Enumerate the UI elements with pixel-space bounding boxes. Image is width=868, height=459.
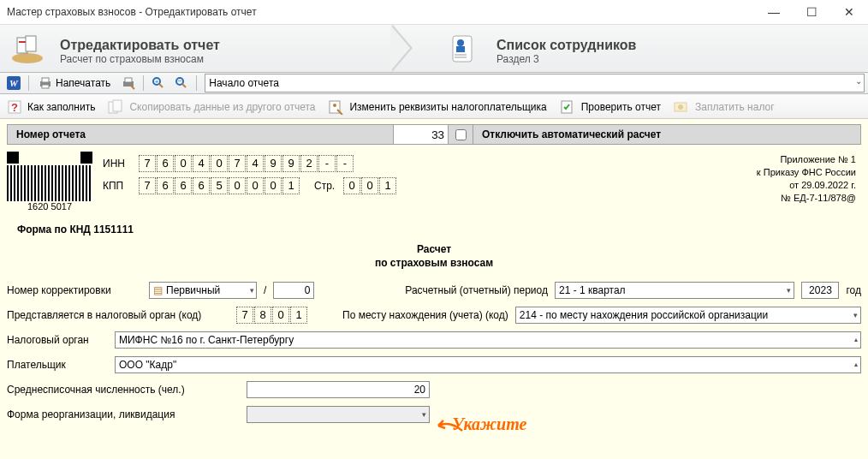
payer-value: ООО "Кадр" [119, 359, 176, 371]
slash: / [264, 284, 266, 296]
svg-rect-14 [123, 81, 134, 86]
chevron-down-icon: ▾ [853, 311, 858, 319]
tax-org-label: Налоговый орган [7, 334, 108, 346]
svg-point-25 [333, 104, 336, 107]
barcode-number: 1620 5017 [7, 201, 92, 212]
wizard-step-edit[interactable]: Отредактировать отчет Расчет по страховы… [0, 25, 409, 72]
place-value: 214 - по месту нахождения российской орг… [520, 309, 768, 321]
period-label: Расчетный (отчетный) период [405, 284, 548, 296]
disable-autocalc-label: Отключить автоматический расчет [473, 125, 860, 144]
payer-dropdown[interactable]: ООО "Кадр" ▴ [115, 356, 861, 373]
copy-from-report-label: Скопировать данные из другого отчета [129, 101, 315, 113]
disable-autocalc-checkbox[interactable] [455, 129, 467, 140]
chevron-down-icon: ▾ [422, 410, 426, 419]
svg-text:+: + [155, 78, 159, 86]
svg-rect-2 [26, 36, 36, 51]
appendix-info: Приложение № 1 к Приказу ФНС России от 2… [757, 152, 861, 212]
wizard-step1-subtitle: Расчет по страховым взносам [60, 53, 220, 65]
payer-label: Плательщик [7, 359, 108, 371]
svg-text:?: ? [11, 101, 18, 114]
print-settings-button[interactable] [118, 75, 139, 92]
svg-point-18 [176, 78, 183, 85]
report-number-label: Номер отчета [8, 125, 394, 144]
correction-num-label: Номер корректировки [7, 284, 142, 296]
year-input[interactable] [801, 282, 839, 299]
period-dropdown[interactable]: 21 - 1 квартал ▾ [555, 282, 794, 299]
employees-icon [443, 31, 485, 67]
copy-from-report-button: Скопировать данные из другого отчета [107, 99, 315, 115]
svg-rect-23 [113, 100, 122, 111]
pay-tax-label: Заплатить налог [695, 101, 775, 113]
tax-org-dropdown[interactable]: МИФНС №16 по г. Санкт-Петербургу ▴ [115, 331, 861, 349]
inn-cells[interactable]: 7604074992-- [139, 155, 354, 172]
chevron-down-icon: ▾ [250, 286, 254, 295]
svg-rect-6 [456, 46, 465, 52]
svg-rect-13 [42, 85, 49, 88]
word-export-button[interactable]: W [3, 75, 24, 92]
zoom-out-button[interactable]: − [171, 75, 192, 92]
check-report-label: Проверить отчет [581, 101, 661, 113]
check-report-button[interactable]: Проверить отчет [559, 99, 661, 115]
reorg-dropdown[interactable]: ▾ [247, 406, 430, 423]
print-button[interactable]: Напечатать [33, 75, 116, 92]
svg-rect-15 [125, 78, 132, 82]
wizard-step2-title: Список сотрудников [496, 38, 636, 53]
svg-point-28 [678, 104, 683, 110]
page-cells: 001 [343, 177, 397, 194]
pay-tax-button: Заплатить налог [673, 99, 775, 115]
annotation-text: Укажите [452, 414, 526, 434]
kpp-cells[interactable]: 766650001 [139, 177, 300, 194]
minimize-button[interactable]: — [755, 0, 793, 24]
tax-org-value: МИФНС №16 по г. Санкт-Петербургу [119, 334, 294, 346]
zoom-in-button[interactable]: + [148, 75, 169, 92]
window-title: Мастер страховых взносов - Отредактирова… [7, 0, 755, 24]
place-dropdown[interactable]: 214 - по месту нахождения российской орг… [515, 307, 861, 324]
chevron-down-icon: ▾ [787, 286, 791, 295]
svg-text:−: − [178, 77, 182, 85]
year-label: год [846, 284, 861, 296]
svg-text:W: W [9, 78, 19, 88]
wizard-step1-title: Отредактировать отчет [60, 38, 220, 53]
place-label: По месту нахождения (учета) (код) [342, 309, 508, 321]
tax-org-code-cells[interactable]: 7801 [236, 307, 308, 324]
correction-num-input[interactable] [273, 282, 314, 299]
svg-point-5 [457, 39, 464, 46]
report-number-input[interactable] [394, 125, 449, 144]
chevron-down-icon: ⌄ [855, 76, 862, 86]
close-button[interactable]: ✕ [830, 0, 868, 24]
reorg-label: Форма реорганизации, ликвидация [7, 408, 240, 420]
svg-rect-11 [40, 81, 51, 86]
print-label: Напечатать [56, 77, 110, 89]
svg-point-16 [153, 78, 160, 85]
how-to-fill-label: Как заполнить [27, 101, 95, 113]
correction-type-dropdown[interactable]: ▤ Первичный ▾ [149, 282, 257, 299]
avg-count-input[interactable] [247, 381, 430, 398]
svg-rect-8 [455, 57, 467, 58]
edit-taxpayer-button[interactable]: Изменить реквизиты налогоплательщика [327, 99, 546, 115]
barcode: 1620 5017 [7, 152, 92, 212]
report-icon [7, 31, 48, 67]
document-icon: ▤ [153, 284, 163, 296]
page-label: Стр. [314, 180, 335, 192]
avg-count-label: Среднесписочная численность (чел.) [7, 384, 240, 396]
section-dropdown[interactable]: Начало отчета ⌄ [205, 74, 865, 92]
edit-taxpayer-label: Изменить реквизиты налогоплательщика [349, 101, 546, 113]
svg-rect-3 [19, 41, 26, 43]
wizard-step-employees[interactable]: Список сотрудников Раздел 3 [409, 25, 636, 72]
wizard-step2-subtitle: Раздел 3 [496, 53, 636, 65]
section-dropdown-value: Начало отчета [209, 77, 279, 89]
correction-type-value: Первичный [166, 284, 220, 296]
form-knd-code: Форма по КНД 1151111 [17, 224, 861, 235]
svg-rect-7 [455, 54, 467, 56]
report-number-row: Номер отчета Отключить автоматический ра… [7, 124, 861, 145]
maximize-button[interactable]: ☐ [793, 0, 830, 24]
svg-point-0 [12, 53, 43, 63]
chevron-up-icon: ▴ [854, 336, 858, 343]
inn-label: ИНН [103, 158, 130, 170]
kpp-label: КПП [103, 180, 130, 192]
tax-org-code-label: Представляется в налоговый орган (код) [7, 309, 229, 321]
period-value: 21 - 1 квартал [559, 284, 626, 296]
how-to-fill-button[interactable]: ? Как заполнить [7, 99, 95, 115]
svg-rect-12 [42, 78, 49, 82]
chevron-up-icon: ▴ [854, 361, 858, 368]
